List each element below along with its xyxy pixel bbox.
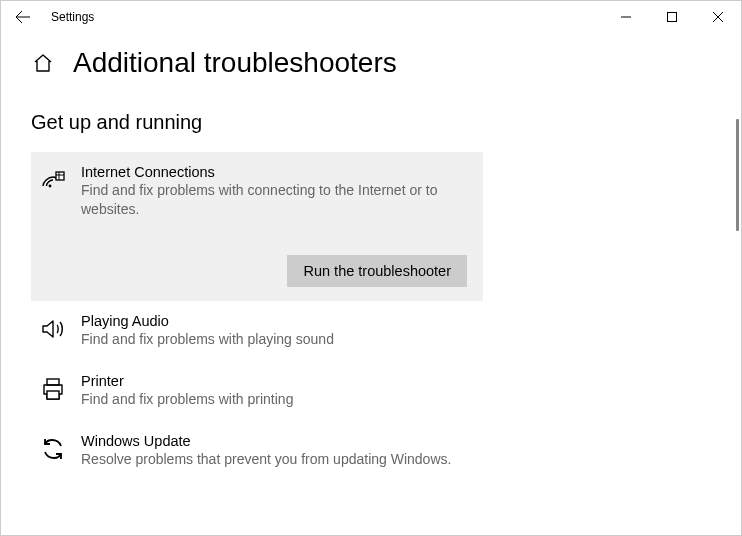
- speaker-icon: [39, 315, 67, 343]
- troubleshooter-desc: Resolve problems that prevent you from u…: [81, 450, 471, 469]
- arrow-left-icon: [15, 9, 31, 25]
- titlebar: Settings: [1, 1, 741, 33]
- troubleshooter-list: Internet Connections Find and fix proble…: [31, 152, 483, 480]
- scrollbar-thumb[interactable]: [736, 119, 739, 231]
- back-button[interactable]: [13, 7, 33, 27]
- troubleshooter-title: Internet Connections: [81, 164, 471, 180]
- svg-rect-3: [47, 379, 59, 385]
- troubleshooter-windows-update[interactable]: Windows Update Resolve problems that pre…: [31, 421, 483, 481]
- troubleshooter-playing-audio[interactable]: Playing Audio Find and fix problems with…: [31, 301, 483, 361]
- svg-rect-4: [47, 391, 59, 399]
- page-title: Additional troubleshooters: [73, 47, 397, 79]
- troubleshooter-printer[interactable]: Printer Find and fix problems with print…: [31, 361, 483, 421]
- troubleshooter-title: Windows Update: [81, 433, 471, 449]
- troubleshooter-desc: Find and fix problems with connecting to…: [81, 181, 471, 219]
- troubleshooter-desc: Find and fix problems with playing sound: [81, 330, 471, 349]
- troubleshooter-title: Printer: [81, 373, 471, 389]
- window-controls: [603, 1, 741, 33]
- section-title: Get up and running: [31, 111, 711, 134]
- svg-point-1: [49, 185, 52, 188]
- minimize-icon: [621, 12, 631, 22]
- close-icon: [713, 12, 723, 22]
- run-troubleshooter-button[interactable]: Run the troubleshooter: [287, 255, 467, 287]
- app-title: Settings: [51, 10, 94, 24]
- troubleshooter-desc: Find and fix problems with printing: [81, 390, 471, 409]
- home-icon: [33, 53, 53, 73]
- refresh-icon: [39, 435, 67, 463]
- maximize-icon: [667, 12, 677, 22]
- svg-rect-0: [668, 13, 677, 22]
- globe-network-icon: [39, 166, 67, 194]
- svg-rect-2: [56, 172, 64, 180]
- content-area: Additional troubleshooters Get up and ru…: [1, 33, 741, 480]
- troubleshooter-title: Playing Audio: [81, 313, 471, 329]
- page-header: Additional troubleshooters: [31, 47, 711, 79]
- home-button[interactable]: [31, 51, 55, 75]
- maximize-button[interactable]: [649, 1, 695, 33]
- close-button[interactable]: [695, 1, 741, 33]
- minimize-button[interactable]: [603, 1, 649, 33]
- printer-icon: [39, 375, 67, 403]
- troubleshooter-internet-connections[interactable]: Internet Connections Find and fix proble…: [31, 152, 483, 301]
